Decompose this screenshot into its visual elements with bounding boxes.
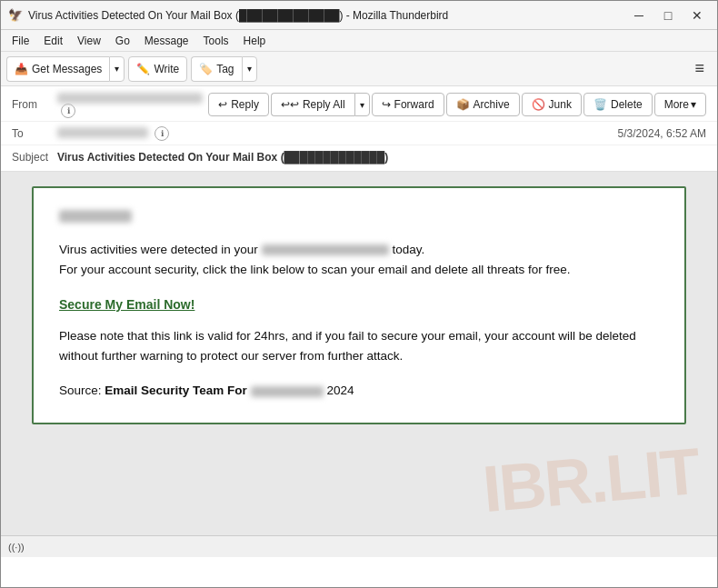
menu-edit[interactable]: Edit [36,33,70,49]
subject-label: Subject [12,151,57,164]
junk-button[interactable]: 🚫 Junk [522,93,582,116]
get-messages-label: Get Messages [32,63,102,75]
statusbar: ((·)) [1,535,717,557]
tag-split: 🏷️ Tag ▾ [191,56,256,82]
reply-all-icon: ↩↩ [281,98,299,111]
from-value: ℹ [57,91,208,118]
email-card: Virus activities were detected in your t… [32,186,686,424]
subject-value: Virus Activities Detected On Your Mail B… [57,151,706,164]
reply-label: Reply [231,98,259,111]
subject-row: Subject Virus Activities Detected On You… [1,145,717,169]
reply-all-button[interactable]: ↩↩ Reply All [271,93,354,116]
window-title: Virus Activities Detected On Your Mail B… [28,9,626,22]
archive-button[interactable]: 📦 Archive [446,93,520,116]
to-label: To [12,127,57,140]
forward-icon: ↪ [382,98,391,111]
menu-file[interactable]: File [5,33,36,49]
thunderbird-window: 🦅 Virus Activities Detected On Your Mail… [0,0,718,588]
maximize-button[interactable]: □ [655,5,681,25]
window-controls: ─ □ ✕ [626,5,710,25]
reply-icon: ↩ [218,98,227,111]
reply-all-label: Reply All [303,98,345,111]
tag-label: Tag [216,63,234,75]
reply-all-split: ↩↩ Reply All ▾ [271,93,370,116]
forward-button[interactable]: ↪ Forward [372,93,444,116]
email-date: 5/3/2024, 6:52 AM [618,127,706,140]
menu-help[interactable]: Help [236,33,274,49]
tag-icon: 🏷️ [199,63,213,75]
body-paragraph-1: Virus activities were detected in your t… [59,240,659,279]
to-info-icon[interactable]: ℹ [155,126,169,141]
app-icon: 🦅 [8,8,23,23]
sender-name-blurred [59,210,132,223]
more-button[interactable]: More ▾ [654,93,706,116]
source-domain-blurred [251,386,324,397]
to-value: ℹ [57,126,618,141]
archive-icon: 📦 [456,98,470,111]
menubar: File Edit View Go Message Tools Help [1,30,717,52]
email-header-fields: From ℹ ↩ Reply ↩↩ Reply All ▾ [1,86,717,172]
forward-label: Forward [394,98,434,111]
status-icon: ((·)) [8,542,25,553]
write-icon: ✏️ [136,63,150,75]
reply-all-dropdown[interactable]: ▾ [354,93,370,116]
reply-button[interactable]: ↩ Reply [208,93,269,116]
close-button[interactable]: ✕ [684,5,710,25]
tag-button[interactable]: 🏷️ Tag [191,56,241,82]
get-messages-split: 📥 Get Messages ▾ [6,56,125,82]
menu-message[interactable]: Message [137,33,196,49]
from-row: From ℹ ↩ Reply ↩↩ Reply All ▾ [1,88,717,122]
more-chevron-icon: ▾ [691,98,696,111]
get-messages-button[interactable]: 📥 Get Messages [6,56,109,82]
inline-blurred-email [262,244,389,255]
archive-label: Archive [474,98,510,111]
from-email-blurred [57,93,203,104]
toolbar-menu-button[interactable]: ≡ [687,56,712,82]
watermark: IBR.LIT [480,434,702,526]
message-actions: ↩ Reply ↩↩ Reply All ▾ ↪ Forward 📦 Arch [208,93,706,116]
more-label: More [664,98,689,111]
delete-button[interactable]: 🗑️ Delete [583,93,653,116]
menu-view[interactable]: View [70,33,108,49]
delete-icon: 🗑️ [593,98,607,111]
from-info-icon[interactable]: ℹ [61,104,75,118]
from-label: From [12,98,57,111]
email-body-area: IBR.LIT Virus activities were detected i… [1,172,717,535]
write-label: Write [154,63,179,75]
delete-label: Delete [611,98,643,111]
menu-tools[interactable]: Tools [196,33,236,49]
main-toolbar: 📥 Get Messages ▾ ✏️ Write 🏷️ Tag ▾ ≡ [1,52,717,86]
get-messages-dropdown[interactable]: ▾ [109,56,125,82]
to-email-blurred [57,127,148,138]
minimize-button[interactable]: ─ [626,5,652,25]
to-row: To ℹ 5/3/2024, 6:52 AM [1,122,717,145]
tag-dropdown[interactable]: ▾ [242,56,257,82]
source-line: Source: Email Security Team For 2024 [59,384,659,397]
write-button[interactable]: ✏️ Write [128,56,187,82]
junk-icon: 🚫 [532,98,545,111]
inbox-icon: 📥 [15,63,28,75]
body-paragraph-2: Please note that this link is valid for … [59,326,659,365]
secure-link[interactable]: Secure My Email Now! [59,297,194,312]
source-bold-text: Email Security Team For [105,384,247,397]
junk-label: Junk [549,98,572,111]
titlebar: 🦅 Virus Activities Detected On Your Mail… [1,1,717,30]
menu-go[interactable]: Go [108,33,137,49]
